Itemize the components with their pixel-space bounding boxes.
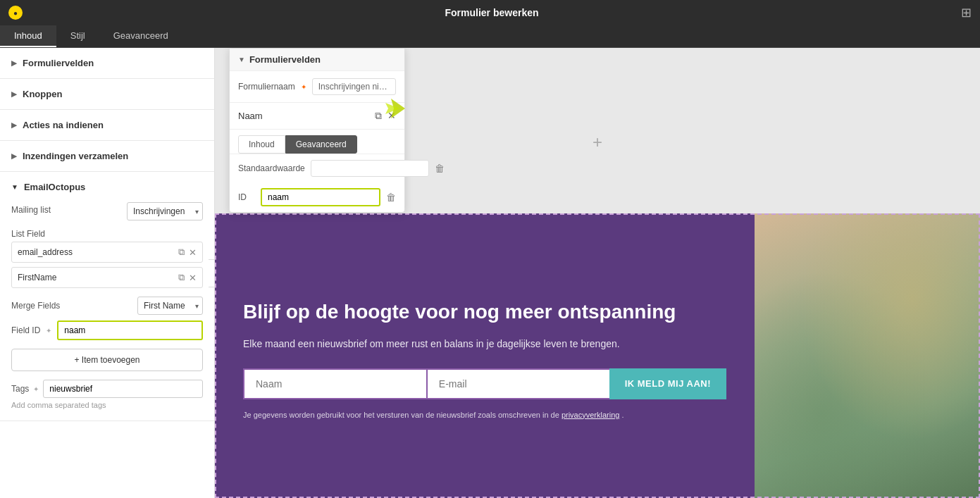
section-formuliervelden: ▶ Formuliervelden [0,48,214,79]
newsletter-subtitle: Elke maand een nieuwsbrief om meer rust … [243,337,726,351]
mailing-list-group: Mailing list Inschrijvingen ▾ [11,202,203,220]
field-id-row: Field ID ✦ [11,320,203,340]
popup-id-row: ID 🗑 [230,182,404,212]
sidebar-collapse-toggle[interactable]: ‹ [209,259,215,287]
tags-label: Tags [11,384,29,394]
popup-formname-value: Inschrijvingen nieuwbri [312,78,396,95]
sidebar: ▶ Formuliervelden ▶ Knoppen ▶ Acties na … [0,48,215,498]
newsletter-form: IK MELD MIJ AAN! [243,368,726,399]
popup-id-label: ID [238,192,255,202]
topbar-title: Formulier bewerken [31,7,953,18]
popup-field-title: Naam [238,111,263,121]
section-emailoctopus: ▼ EmailOctopus Mailing list Inschrijving… [0,172,214,421]
mailing-list-label: Mailing list [11,205,51,215]
emailoctopus-content: Mailing list Inschrijvingen ▾ List Field [0,202,214,421]
copy-icon[interactable]: ⧉ [178,247,185,258]
section-inzendingen: ▶ Inzendingen verzamelen [0,141,214,172]
main-layout: ▶ Formuliervelden ▶ Knoppen ▶ Acties na … [0,48,980,498]
chevron-right-icon-4: ▶ [11,152,17,160]
field-popup: ▼ Formuliervelden Formuliernaam ✦ Inschr… [229,48,405,213]
newsletter-purple-section: Blijf op de hoogte voor nog meer ontspan… [215,213,755,498]
tags-row: Tags ✦ [11,380,203,398]
popup-formname-label: Formuliernaam [238,82,295,92]
chevron-right-icon: ▶ [11,59,17,67]
field-id-label: Field ID [11,325,40,335]
chevron-down-icon: ▼ [11,183,18,191]
popup-standaardwaarde-trash[interactable]: 🗑 [435,163,445,174]
merge-fields-label: Merge Fields [11,301,60,311]
popup-tab-inhoud[interactable]: Inhoud [238,135,285,154]
tab-bar: Inhoud Stijl Geavanceerd [0,25,980,48]
section-inzendingen-header[interactable]: ▶ Inzendingen verzamelen [0,141,214,171]
popup-asterisk: ✦ [301,83,306,91]
list-item: email_address ⧉ ✕ [11,242,203,263]
green-arrow-indicator [385,99,408,118]
newsletter-title: Blijf op de hoogte voor nog meer ontspan… [243,299,726,325]
newsletter-image-inner [755,213,980,498]
close-icon-2[interactable]: ✕ [189,273,197,283]
merge-fields-group: Merge Fields First Name Last Name ▾ [11,297,203,315]
privacy-link[interactable]: privacyverklaring [562,411,620,419]
tab-geavanceerd[interactable]: Geavanceerd [99,25,182,47]
newsletter-block: Blijf op de hoogte voor nog meer ontspan… [215,213,980,498]
section-knoppen: ▶ Knoppen [0,79,214,110]
mailing-list-row: Mailing list Inschrijvingen ▾ [11,202,203,220]
mailing-list-select[interactable]: Inschrijvingen [127,202,203,220]
section-formuliervelden-header[interactable]: ▶ Formuliervelden [0,48,214,78]
newsletter-email-input[interactable] [426,368,609,399]
tags-hint: Add comma separated tags [11,401,203,409]
popup-formname-row: Formuliernaam ✦ Inschrijvingen nieuwbri [230,71,404,103]
field-id-input[interactable] [57,320,203,340]
field-item-text-email: email_address [18,247,174,257]
popup-tab-geavanceerd[interactable]: Geavanceerd [285,135,357,154]
add-item-button[interactable]: + Item toevoegen [11,349,203,371]
section-knoppen-header[interactable]: ▶ Knoppen [0,79,214,109]
mailing-list-select-wrapper: Inschrijvingen ▾ [127,202,203,220]
newsletter-submit-button[interactable]: IK MELD MIJ AAN! [609,368,726,399]
add-block-button[interactable]: + [593,132,602,152]
topbar-grid-icon[interactable]: ⊞ [961,5,972,20]
content-area: + Blijf op de hoogte voor nog meer ontsp… [215,48,980,498]
popup-id-trash[interactable]: 🗑 [386,192,396,203]
list-field-group: List Field email_address ⧉ ✕ FirstName ⧉… [11,229,203,288]
close-icon[interactable]: ✕ [189,247,197,258]
tab-stijl[interactable]: Stijl [56,25,99,47]
newsletter-privacy: Je gegevens worden gebruikt voor het ver… [243,411,726,419]
popup-field-header: Naam ⧉ ✕ [230,103,404,130]
popup-tabs: Inhoud Geavanceerd [230,130,404,154]
field-item-text-firstname: FirstName [18,273,174,282]
chevron-right-icon-2: ▶ [11,90,17,98]
tags-input[interactable] [43,380,203,398]
chevron-down-icon-popup: ▼ [238,56,245,63]
section-acties-header[interactable]: ▶ Acties na indienen [0,110,214,140]
popup-id-input[interactable] [261,188,380,206]
popup-standaardwaarde-label: Standaardwaarde [238,163,305,173]
topbar-logo: ● [8,6,23,20]
popup-formulier-title: Formuliervelden [249,54,321,65]
list-item: FirstName ⧉ ✕ [11,267,203,288]
popup-standaardwaarde-row: Standaardwaarde 🗑 [230,154,404,182]
merge-fields-select-wrapper: First Name Last Name ▾ [137,297,203,315]
merge-fields-select[interactable]: First Name Last Name [137,297,203,315]
tags-drag-icon: ✦ [33,385,39,393]
drag-icon: ✦ [46,327,51,335]
section-acties: ▶ Acties na indienen [0,110,214,141]
list-field-label: List Field [11,229,203,239]
tab-inhoud[interactable]: Inhoud [0,25,56,47]
chevron-right-icon-3: ▶ [11,121,17,129]
popup-copy-icon[interactable]: ⧉ [375,110,382,122]
section-emailoctopus-header[interactable]: ▼ EmailOctopus [0,172,214,202]
newsletter-image [755,213,980,498]
newsletter-naam-input[interactable] [243,368,426,399]
copy-icon-2[interactable]: ⧉ [178,272,185,283]
topbar: ● Formulier bewerken ⊞ [0,0,980,25]
popup-standaardwaarde-input[interactable] [311,160,429,177]
popup-formulier-header: ▼ Formuliervelden [230,49,404,71]
